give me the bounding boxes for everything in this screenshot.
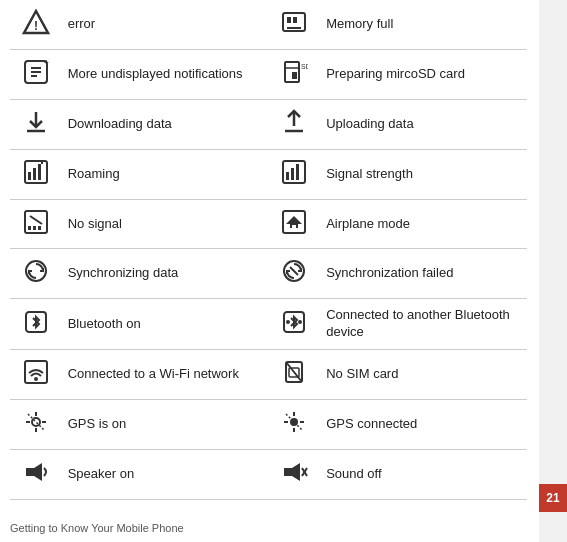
right-sidebar: 21: [539, 0, 567, 542]
footer-text: Getting to Know Your Mobile Phone: [10, 522, 184, 534]
right-label: Uploading data: [320, 99, 527, 149]
svg-point-40: [298, 320, 302, 324]
left-icon-cell: [10, 99, 62, 149]
svg-line-32: [30, 216, 42, 224]
left-label: More undisplayed notifications: [62, 49, 269, 99]
right-icon-cell: [268, 350, 320, 400]
left-icon-cell: [10, 350, 62, 400]
table-row: No signal Airplane mode: [10, 199, 527, 249]
svg-rect-30: [33, 226, 36, 230]
left-label: error: [62, 0, 269, 49]
left-icon-cell: [10, 249, 62, 299]
left-label: Downloading data: [62, 99, 269, 149]
svg-rect-25: [286, 172, 289, 180]
svg-rect-20: [28, 172, 31, 180]
svg-rect-5: [287, 27, 301, 29]
svg-rect-26: [291, 168, 294, 180]
table-row: Bluetooth on Connected to another Blueto…: [10, 299, 527, 350]
svg-text:+: +: [44, 58, 49, 67]
right-icon-cell: [268, 99, 320, 149]
svg-line-51: [28, 414, 44, 430]
table-row: GPS is on GPS connected: [10, 400, 527, 450]
right-label: Sound off: [320, 449, 527, 499]
icon-table: ! error Memory full + More undisplayed n…: [10, 0, 527, 500]
svg-rect-29: [28, 226, 31, 230]
main-content: ! error Memory full + More undisplayed n…: [0, 0, 537, 542]
right-label: Preparing mircoSD card: [320, 49, 527, 99]
right-label: No SIM card: [320, 350, 527, 400]
svg-rect-58: [26, 468, 34, 476]
svg-rect-31: [38, 226, 41, 230]
left-label: No signal: [62, 199, 269, 249]
right-icon-cell: [268, 149, 320, 199]
table-row: + More undisplayed notifications SD Prep…: [10, 49, 527, 99]
right-icon-cell: [268, 0, 320, 49]
right-label: GPS connected: [320, 400, 527, 450]
left-label: Synchronizing data: [62, 249, 269, 299]
left-label: Bluetooth on: [62, 299, 269, 350]
right-icon-cell: [268, 449, 320, 499]
left-label: GPS is on: [62, 400, 269, 450]
left-icon-cell: [10, 299, 62, 350]
svg-rect-22: [38, 164, 41, 180]
left-icon-cell: [10, 199, 62, 249]
svg-point-52: [290, 418, 298, 426]
table-row: ! error Memory full: [10, 0, 527, 49]
left-icon-cell: [10, 400, 62, 450]
right-label: Connected to another Bluetooth device: [320, 299, 527, 350]
svg-rect-59: [284, 468, 292, 476]
svg-point-42: [34, 377, 38, 381]
svg-point-39: [286, 320, 290, 324]
svg-line-36: [290, 267, 298, 275]
left-label: Roaming: [62, 149, 269, 199]
svg-point-46: [32, 418, 40, 426]
svg-rect-3: [287, 17, 291, 23]
svg-text:!: !: [34, 19, 38, 33]
svg-rect-4: [293, 17, 297, 23]
page-number: 21: [539, 484, 567, 512]
table-row: Downloading data Uploading data: [10, 99, 527, 149]
svg-rect-13: [292, 72, 297, 79]
table-row: Speaker on Sound off: [10, 449, 527, 499]
svg-rect-21: [33, 168, 36, 180]
svg-text:SD: SD: [301, 63, 308, 70]
left-label: Connected to a Wi-Fi network: [62, 350, 269, 400]
right-icon-cell: [268, 249, 320, 299]
table-row: Connected to a Wi-Fi network No SIM card: [10, 350, 527, 400]
right-icon-cell: [268, 199, 320, 249]
right-label: Airplane mode: [320, 199, 527, 249]
right-label: Memory full: [320, 0, 527, 49]
right-icon-cell: SD: [268, 49, 320, 99]
table-row: Synchronizing data Synchronization faile…: [10, 249, 527, 299]
svg-rect-27: [296, 164, 299, 180]
right-label: Signal strength: [320, 149, 527, 199]
right-icon-cell: [268, 400, 320, 450]
table-row: Roaming Signal strength: [10, 149, 527, 199]
left-icon-cell: [10, 149, 62, 199]
right-icon-cell: [268, 299, 320, 350]
left-icon-cell: !: [10, 0, 62, 49]
left-label: Speaker on: [62, 449, 269, 499]
right-label: Synchronization failed: [320, 249, 527, 299]
left-icon-cell: +: [10, 49, 62, 99]
left-icon-cell: [10, 449, 62, 499]
